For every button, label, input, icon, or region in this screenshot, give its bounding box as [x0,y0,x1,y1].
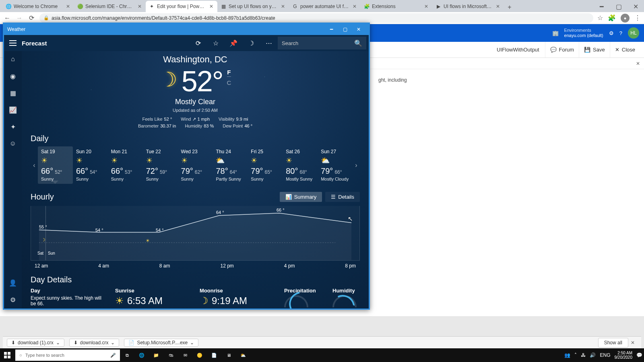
daily-forecast-card[interactable]: Tue 22☀72°59°Sunny [143,146,178,184]
tray-chevron-icon[interactable]: ˄ [574,352,577,358]
tab-close-icon[interactable]: ✕ [495,4,501,9]
search-icon[interactable]: 🔍 [354,39,362,47]
flow-name[interactable]: UIFlowWithOutput [497,47,545,53]
nav-history-icon[interactable]: ▦ [8,88,18,98]
download-item[interactable]: 📄Setup.Microsoft.P....exe⌄ [124,339,198,347]
taskbar-edge-icon[interactable]: 🌐 [134,348,149,362]
weather-condition-icon: ☀ [286,156,314,165]
user-avatar[interactable]: HL [628,27,639,39]
task-view-button[interactable]: ⧉ [120,348,134,362]
location-name: Washington, DC [31,54,360,65]
daily-forecast-card[interactable]: Wed 23☀79°62°Sunny [178,146,213,184]
tray-lang[interactable]: ENG [600,352,610,358]
nav-places-icon[interactable]: ✦ [8,122,18,132]
close-button[interactable]: ✕Close [610,42,640,58]
daily-next-button[interactable]: › [353,147,360,183]
weather-content: Washington, DC ☽ 52° F C Mostly Clear Up… [22,51,369,309]
nav-reload-button[interactable]: ⟳ [27,14,35,22]
daily-forecast-card[interactable]: Sat 19☀66°52°Sunny [38,146,73,184]
daily-forecast-card[interactable]: Thu 24⛅78°64°Partly Sunny [213,146,248,184]
taskbar-mail-icon[interactable]: ✉ [178,348,192,362]
tab-close-icon[interactable]: ✕ [208,4,214,9]
details-tab[interactable]: ☰Details [325,192,360,202]
start-button[interactable] [0,348,14,362]
taskbar-chrome-icon[interactable]: 🟡 [192,348,207,362]
bookmark-star-icon[interactable]: ☆ [597,14,603,22]
nav-news-icon[interactable]: ☺ [8,139,18,148]
download-item[interactable]: ⬇download (1).crx⌄ [7,339,64,347]
nav-forecast-icon[interactable]: ⌂ [8,54,18,64]
taskbar-notepad-icon[interactable]: 📄 [207,348,221,362]
browser-tab[interactable]: ✦Edit your flow | Power Automate✕ [146,1,217,12]
tray-network-icon[interactable]: 🖧 [581,352,586,358]
environment-icon[interactable]: 🏢 [552,30,559,36]
window-close-button[interactable]: ✕ [627,1,644,12]
tray-volume-icon[interactable]: 🔊 [590,352,596,358]
daily-forecast-card[interactable]: Sun 20☀66°54°Sunny [73,146,108,184]
nav-settings-icon[interactable]: ⚙ [8,295,18,304]
hamburger-menu-button[interactable] [4,35,22,51]
taskbar-explorer-icon[interactable]: 📁 [149,348,163,362]
new-tab-button[interactable]: + [504,2,515,12]
taskbar-store-icon[interactable]: 🛍 [163,348,178,362]
tab-close-icon[interactable]: ✕ [280,4,286,9]
weather-minimize-button[interactable]: ━ [324,24,338,35]
weather-condition-icon: ☀ [251,156,279,165]
download-shelf-close-icon[interactable]: ✕ [628,340,637,346]
browser-tab[interactable]: 🟢Selenium IDE - Chrome Web Sto✕ [74,1,146,12]
profile-avatar[interactable]: ● [621,14,630,23]
daily-forecast-card[interactable]: Fri 25☀79°65°Sunny [248,146,283,184]
browser-tab[interactable]: 🌐Welcome to Chrome✕ [2,1,74,12]
weather-close-button[interactable]: ✕ [352,24,365,35]
show-all-downloads-button[interactable]: Show all [598,338,628,348]
taskbar-search[interactable]: ○ Type here to search 🎤 [15,350,120,361]
summary-tab[interactable]: 📊Summary [280,192,322,202]
window-maximize-button[interactable]: ▢ [610,1,627,12]
daily-forecast-card[interactable]: Sat 26☀80°68°Mostly Sunny [283,146,318,184]
browser-tab[interactable]: 🧩Extensions✕ [361,1,432,12]
environment-picker[interactable]: Environments enayu.com (default) [564,28,603,38]
extensions-icon[interactable]: 🧩 [608,14,616,22]
taskbar-settings-icon[interactable]: 🖥 [221,348,236,362]
taskbar-weather-icon[interactable]: ⛅ [236,348,250,362]
nav-maps-icon[interactable]: ◉ [8,71,18,81]
tab-close-icon[interactable]: ✕ [352,4,357,9]
chrome-menu-button[interactable]: ⋮ [634,14,641,22]
weather-titlebar[interactable]: Weather ━ ▢ ✕ [4,24,369,35]
unit-toggle[interactable]: F C [227,69,231,86]
nav-feedback-icon[interactable]: 👤 [8,278,18,288]
tab-close-icon[interactable]: ✕ [137,4,142,9]
tab-close-icon[interactable]: ✕ [65,4,71,9]
favorite-star-icon[interactable]: ☆ [207,35,225,51]
settings-gear-icon[interactable]: ⚙ [609,30,614,36]
download-item[interactable]: ⬇download.crx⌄ [69,339,120,347]
infobar-close-icon[interactable]: ✕ [636,61,640,66]
tray-people-icon[interactable]: 👥 [564,352,570,358]
search-box[interactable]: 🔍 [278,37,366,49]
nav-trends-icon[interactable]: 📈 [8,105,18,115]
daily-forecast-card[interactable]: Mon 21☀66°53°Sunny [108,146,143,184]
nav-forward-button[interactable]: → [15,14,23,22]
browser-tab[interactable]: ▶UI flows in Microsoft Power Auto✕ [432,1,504,12]
forum-button[interactable]: 💬Forum [545,42,579,58]
daily-forecast-card[interactable]: Sun 27⛅79°66°Mostly Cloudy [318,146,353,184]
tab-close-icon[interactable]: ✕ [423,4,429,9]
address-bar[interactable]: 🔒 asia.flow.microsoft.com/manage/environ… [39,13,593,23]
search-input[interactable] [282,40,354,46]
browser-tab[interactable]: Gpower automate UI flow require✕ [289,1,361,12]
tray-clock[interactable]: 2:50 AM9/20/2020 [615,351,633,360]
window-minimize-button[interactable]: ━ [593,1,610,12]
night-mode-icon[interactable]: ☽ [242,35,260,51]
pin-icon[interactable]: 📌 [225,35,242,51]
daily-prev-button[interactable]: ‹ [31,147,38,183]
help-icon[interactable]: ? [619,30,622,36]
save-button[interactable]: 💾Save [579,42,610,58]
mic-icon[interactable]: 🎤 [110,353,116,358]
cortana-icon: ○ [19,353,22,358]
browser-tab[interactable]: ▦Set up UI flows on your device -✕ [217,1,289,12]
refresh-icon[interactable]: ⟳ [189,35,207,51]
weather-maximize-button[interactable]: ▢ [338,24,352,35]
nav-back-button[interactable]: ← [3,14,11,22]
tray-notifications-icon[interactable]: 💬 [636,352,642,358]
more-icon[interactable]: ⋯ [260,35,278,51]
